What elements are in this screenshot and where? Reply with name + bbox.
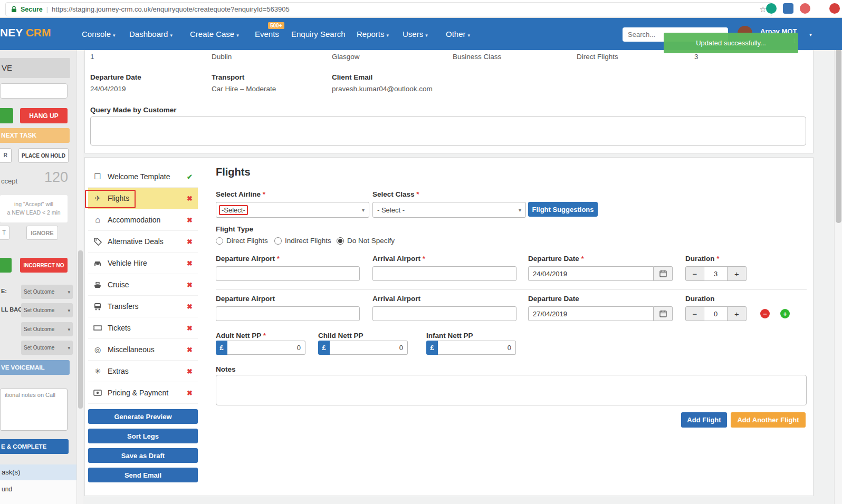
flight-suggestions-button[interactable]: Flight Suggestions (528, 202, 598, 217)
nav-dashboard[interactable]: Dashboard▾ (129, 30, 173, 38)
save-complete-button[interactable]: E & COMPLETE (0, 439, 69, 454)
summary-value: 3 (694, 53, 699, 61)
quote-tab-pricing-payment[interactable]: Pricing & Payment ✖ (88, 382, 198, 404)
nav-users[interactable]: Users▾ (403, 30, 428, 38)
radio-direct-flights[interactable]: Direct Flights (216, 237, 268, 245)
quote-tab-alternative-deals[interactable]: Alternative Deals ✖ (88, 231, 198, 253)
user-menu-caret-icon[interactable]: ▾ (809, 32, 812, 37)
add-leg-button[interactable]: + (780, 309, 790, 318)
sidebar-scrollbar-thumb[interactable] (78, 250, 83, 409)
send-email-button[interactable]: Send Email (88, 468, 198, 482)
quote-tab-accommodation[interactable]: ⌂ Accommodation ✖ (88, 209, 198, 231)
place-on-hold-button[interactable]: PLACE ON HOLD (18, 148, 69, 163)
hang-up-button[interactable]: HANG UP (20, 108, 68, 123)
set-outcome-select-4[interactable]: Set Outcome▾ (21, 341, 73, 355)
extension-icon-pink[interactable] (800, 3, 810, 14)
duration-input-2[interactable] (704, 306, 728, 321)
transfer-button-fragment[interactable]: R (0, 148, 12, 163)
tab-label: Vehicle Hire (108, 259, 147, 267)
radio-indirect-flights[interactable]: Indirect Flights (274, 237, 331, 245)
extension-icon-green[interactable] (766, 3, 777, 14)
adult-nett-group: £ (216, 341, 305, 355)
answer-button-fragment[interactable] (0, 108, 13, 123)
save-as-draft-button[interactable]: Save as Draft (88, 448, 198, 463)
remove-leg-button[interactable]: − (760, 309, 770, 318)
brand-logo[interactable]: NEY CRM (0, 26, 51, 39)
sidebar-scrollbar[interactable] (76, 50, 84, 504)
quote-tab-transfers[interactable]: Transfers ✖ (88, 296, 198, 317)
tasks-row-fragment[interactable]: ask(s) (0, 464, 76, 480)
nav-enquiry-search[interactable]: Enquiry Search (291, 30, 346, 38)
bookmark-star-icon[interactable]: ☆ (760, 5, 767, 14)
page-scrollbar[interactable] (834, 17, 842, 504)
generate-preview-button[interactable]: Generate Preview (88, 409, 198, 424)
set-outcome-value: Set Outcome (24, 326, 54, 332)
class-select[interactable]: - Select - ▾ (372, 202, 526, 218)
caret-down-icon: ▾ (425, 33, 428, 38)
flight-notes-textarea[interactable] (216, 375, 807, 405)
chevron-down-icon: ▾ (68, 308, 70, 313)
duration-label-1: Duration (685, 255, 720, 263)
airline-select[interactable]: -Select- ▾ (216, 202, 369, 218)
class-select-value: - Select - (377, 206, 405, 214)
nav-events[interactable]: Events (255, 30, 279, 38)
plus-button[interactable]: + (728, 306, 747, 321)
quote-tab-extras[interactable]: ✳ Extras ✖ (88, 361, 198, 382)
departure-airport-input-1[interactable] (216, 266, 360, 281)
events-badge: 500+ (268, 22, 284, 29)
extension-icon-blue[interactable] (783, 3, 793, 14)
set-outcome-select-2[interactable]: Set Outcome▾ (21, 303, 73, 317)
extension-icon-red[interactable] (829, 3, 840, 14)
client-email-value: pravesh.kumar04@outlook.com (332, 85, 433, 93)
calendar-icon[interactable] (654, 306, 673, 321)
arrival-airport-input-2[interactable] (372, 306, 516, 321)
minus-button[interactable]: − (685, 266, 704, 281)
page-scrollbar-thumb[interactable] (836, 49, 841, 223)
next-task-button[interactable]: NEXT TASK (0, 128, 70, 143)
accept-note-line: ing "Accept" will (0, 200, 68, 208)
tab-label: Accommodation (108, 216, 160, 224)
call-notes-textarea[interactable]: itional notes on Call (0, 389, 68, 431)
correct-no-button-fragment[interactable] (0, 258, 12, 273)
divider (216, 289, 807, 290)
sidebar-input[interactable] (0, 83, 68, 99)
sidebar-header-fragment: VE (0, 58, 70, 78)
minus-button[interactable]: − (685, 306, 704, 321)
quote-tab-welcome-template[interactable]: ☐ Welcome Template ✔ (88, 166, 198, 188)
nav-other[interactable]: Other▾ (446, 30, 470, 38)
quote-actions: Generate Preview Sort Legs Save as Draft… (88, 409, 198, 487)
duration-input-1[interactable] (704, 266, 728, 281)
sort-legs-button[interactable]: Sort Legs (88, 429, 198, 443)
nav-reports[interactable]: Reports▾ (357, 30, 389, 38)
quote-tab-tickets[interactable]: Tickets ✖ (88, 317, 198, 339)
add-another-flight-button[interactable]: Add Another Flight (731, 412, 806, 428)
quote-tab-miscellaneous[interactable]: ◎ Miscellaneous ✖ (88, 339, 198, 361)
radio-do-not-specify[interactable]: Do Not Specify (337, 237, 395, 245)
calendar-icon[interactable] (654, 266, 673, 281)
arrival-airport-input-1[interactable] (372, 266, 516, 281)
address-bar[interactable]: Secure | https://staging.journey-crm.co.… (5, 2, 772, 16)
infant-nett-input[interactable] (438, 341, 516, 355)
quote-tab-flights[interactable]: ✈ Flights ✖ (88, 188, 198, 209)
nav-create-case[interactable]: Create Case▾ (190, 30, 239, 38)
adult-nett-input[interactable] (227, 341, 305, 355)
set-outcome-value: Set Outcome (24, 345, 54, 351)
infant-nett-label: Infant Nett PP (426, 332, 473, 340)
caret-down-icon: ▾ (468, 33, 471, 38)
set-outcome-select-1[interactable]: Set Outcome▾ (21, 285, 73, 299)
departure-date-input-2[interactable] (528, 306, 654, 321)
plus-button[interactable]: + (728, 266, 747, 281)
leave-voicemail-button[interactable]: VE VOICEMAIL (0, 360, 70, 375)
incorrect-no-button[interactable]: INCORRECT NO (20, 258, 68, 273)
add-flight-button[interactable]: Add Flight (681, 412, 727, 428)
accept-button-fragment[interactable]: T (0, 226, 9, 240)
departure-date-input-1[interactable] (528, 266, 654, 281)
quote-tab-vehicle-hire[interactable]: Vehicle Hire ✖ (88, 253, 198, 274)
query-textarea[interactable] (90, 117, 806, 146)
set-outcome-select-3[interactable]: Set Outcome▾ (21, 322, 73, 336)
departure-airport-input-2[interactable] (216, 306, 360, 321)
quote-tab-cruise[interactable]: Cruise ✖ (88, 274, 198, 296)
nav-console[interactable]: Console▾ (82, 30, 116, 38)
ignore-button[interactable]: IGNORE (26, 226, 58, 240)
child-nett-input[interactable] (330, 341, 408, 355)
